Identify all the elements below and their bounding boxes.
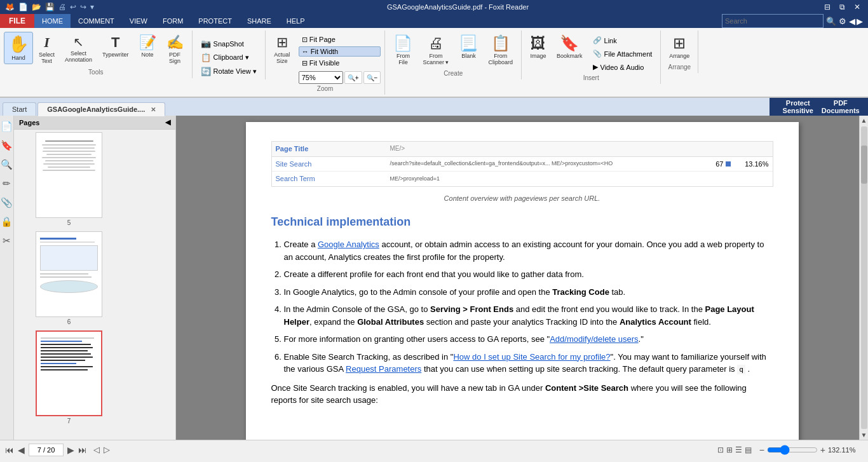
page-input[interactable] <box>29 444 64 456</box>
ribbon-search-area: 🔍 ⚙ ◀ ▶ <box>722 14 863 28</box>
table-search-term-row: Search Term ME/>proxyreload=1 <box>272 172 773 186</box>
bookmark-button[interactable]: 🔖 Bookmark <box>552 32 587 62</box>
scroll-up-button[interactable]: ▲ <box>860 116 868 125</box>
view-menu-item[interactable]: VIEW <box>122 14 155 28</box>
layout-single-icon[interactable]: ⊡ <box>717 445 724 454</box>
zoom-in-button-bottom[interactable]: + <box>820 445 825 455</box>
typewriter-button[interactable]: T Typewriter <box>98 32 133 61</box>
gsaguide-tab[interactable]: GSAGoogleAnalyticsGuide.... ✕ <box>37 102 165 116</box>
hand-button[interactable]: ✋ Hand <box>4 32 33 64</box>
serving-frontends-bold: Serving > Front Ends <box>430 304 513 314</box>
search-sidebar-icon[interactable]: 🔍 <box>0 156 14 173</box>
comments-sidebar-icon[interactable]: ✏ <box>1 175 12 192</box>
rotate-view-button[interactable]: 🔄 Rotate View ▾ <box>196 65 261 78</box>
fit-page-button[interactable]: ⊡ Fit Page <box>299 34 381 45</box>
save-icon[interactable]: 💾 <box>45 3 55 11</box>
nav-back-button[interactable]: ◀ <box>849 17 855 26</box>
next-page-button[interactable]: ▶ <box>67 445 74 455</box>
new-icon[interactable]: 📄 <box>18 3 28 11</box>
nav-next-icon[interactable]: ▷ <box>104 445 110 454</box>
share-menu-item[interactable]: SHARE <box>240 14 279 28</box>
layout-continuous-icon[interactable]: ☰ <box>735 445 742 454</box>
actual-size-button[interactable]: ⊞ ActualSize <box>269 32 295 67</box>
add-modify-delete-link[interactable]: Add/modify/delete users <box>550 334 638 344</box>
help-menu-item[interactable]: HELP <box>279 14 313 28</box>
from-clipboard-button[interactable]: 📋 FromClipboard <box>484 32 517 69</box>
site-search-profile-link[interactable]: How do I set up Site Search for my profi… <box>453 352 610 362</box>
select-text-button[interactable]: I SelectText <box>34 32 59 67</box>
vertical-scrollbar[interactable]: ▲ ▼ <box>859 116 868 440</box>
zoom-select[interactable]: 75% <box>299 71 343 84</box>
pages-label: Pages <box>19 119 39 126</box>
open-icon[interactable]: 📂 <box>32 3 41 11</box>
main-content: 📄 🔖 🔍 ✏ 📎 🔒 ✂ Pages ◀ <box>0 116 868 440</box>
rotate-view-label: Rotate View ▾ <box>214 67 257 76</box>
arrange-button[interactable]: ⊞ Arrange <box>665 32 694 62</box>
undo-icon[interactable]: ↩ <box>70 3 76 11</box>
insert-buttons: 🖼 Image 🔖 Bookmark 🔗 Link 📎 File Attachm… <box>526 32 656 73</box>
fit-width-button[interactable]: ↔ Fit Width <box>299 46 381 57</box>
zoom-in-button[interactable]: 🔍+ <box>344 71 362 84</box>
home-menu-item[interactable]: HOME <box>34 14 71 28</box>
fit-visible-button[interactable]: ⊟ Fit Visible <box>299 58 381 69</box>
link-icon: 🔗 <box>593 36 602 44</box>
zoom-slider[interactable] <box>767 445 818 455</box>
scroll-track[interactable] <box>861 126 867 429</box>
image-button[interactable]: 🖼 Image <box>526 32 551 62</box>
clipboard-button[interactable]: 📋 Clipboard ▾ <box>196 51 261 64</box>
file-attachment-button[interactable]: 📎 File Attachment <box>588 48 657 60</box>
select-annotation-button[interactable]: ↖ SelectAnnotation <box>60 32 97 66</box>
blank-button[interactable]: 📃 Blank <box>454 32 482 62</box>
close-button[interactable]: ✕ <box>851 3 863 11</box>
start-tab[interactable]: Start <box>3 102 36 116</box>
attachments-sidebar-icon[interactable]: 📎 <box>0 194 14 211</box>
page-thumb-7[interactable]: 7 <box>17 330 173 425</box>
zoom-out-button[interactable]: − <box>759 445 764 455</box>
file-menu-button[interactable]: FILE <box>0 14 34 28</box>
comment-menu-item[interactable]: COMMENT <box>71 14 122 28</box>
search-input[interactable] <box>722 14 824 28</box>
request-parameters-link[interactable]: Request Parameters <box>346 364 421 374</box>
restore-button[interactable]: ⧉ <box>837 3 848 11</box>
pages-sidebar-icon[interactable]: 📄 <box>0 118 14 135</box>
bookmarks-sidebar-icon[interactable]: 🔖 <box>0 137 14 154</box>
from-file-button[interactable]: 📄 FromFile <box>389 32 417 69</box>
pages-collapse-button[interactable]: ◀ <box>165 118 170 126</box>
tab-close-button[interactable]: ✕ <box>151 106 156 113</box>
redo-icon[interactable]: ↪ <box>80 3 86 11</box>
from-scanner-button[interactable]: 🖨 FromScanner ▾ <box>418 32 453 69</box>
layout-facing-cont-icon[interactable]: ▤ <box>745 445 752 454</box>
layout-facing-icon[interactable]: ⊞ <box>726 445 733 454</box>
menu-bar: FILE HOME COMMENT VIEW FORM PROTECT SHAR… <box>0 14 868 28</box>
page-thumb-6[interactable]: 6 <box>17 231 173 325</box>
prev-page-button[interactable]: ◀ <box>18 445 25 455</box>
note-button[interactable]: 📝 Note <box>135 32 161 61</box>
page-thumb-5[interactable]: 5 <box>17 132 173 226</box>
zoom-out-button[interactable]: 🔍− <box>363 71 381 84</box>
scroll-thumb[interactable] <box>861 146 867 184</box>
content-area[interactable]: Page Title ME/> Site Search /search?site… <box>176 116 868 440</box>
snapshot-button[interactable]: 📷 SnapShot <box>196 37 261 50</box>
ribbon-settings-icon[interactable]: ⚙ <box>839 17 846 26</box>
nav-forward-button[interactable]: ▶ <box>857 17 863 26</box>
from-clipboard-label: FromClipboard <box>488 53 513 65</box>
title-bar-left: 🦊 📄 📂 💾 🖨 ↩ ↪ ▾ <box>5 3 94 11</box>
nav-prev-icon[interactable]: ◁ <box>93 445 100 454</box>
pages-scroll[interactable]: 5 6 <box>14 130 175 440</box>
protect-menu-item[interactable]: PROTECT <box>191 14 240 28</box>
scroll-down-button[interactable]: ▼ <box>860 430 868 440</box>
first-page-button[interactable]: ⏮ <box>5 445 14 455</box>
last-page-button[interactable]: ⏭ <box>78 445 87 455</box>
pdf-sign-button[interactable]: ✍ PDFSign <box>162 32 188 67</box>
tools-sidebar-icon[interactable]: ✂ <box>1 233 12 249</box>
search-icon[interactable]: 🔍 <box>826 17 836 26</box>
clipboard-group: 📷 SnapShot 📋 Clipboard ▾ 🔄 Rotate View ▾ <box>193 31 266 79</box>
security-sidebar-icon[interactable]: 🔒 <box>0 214 14 230</box>
google-analytics-link[interactable]: Google Analytics <box>318 240 379 249</box>
minimize-button[interactable]: ⊟ <box>822 3 833 11</box>
list-item-6: Enable Site Search Tracking, as describe… <box>284 351 773 376</box>
print-icon[interactable]: 🖨 <box>58 3 66 11</box>
form-menu-item[interactable]: FORM <box>155 14 191 28</box>
link-button[interactable]: 🔗 Link <box>588 34 657 46</box>
video-audio-button[interactable]: ▶ Video & Audio <box>588 61 657 73</box>
